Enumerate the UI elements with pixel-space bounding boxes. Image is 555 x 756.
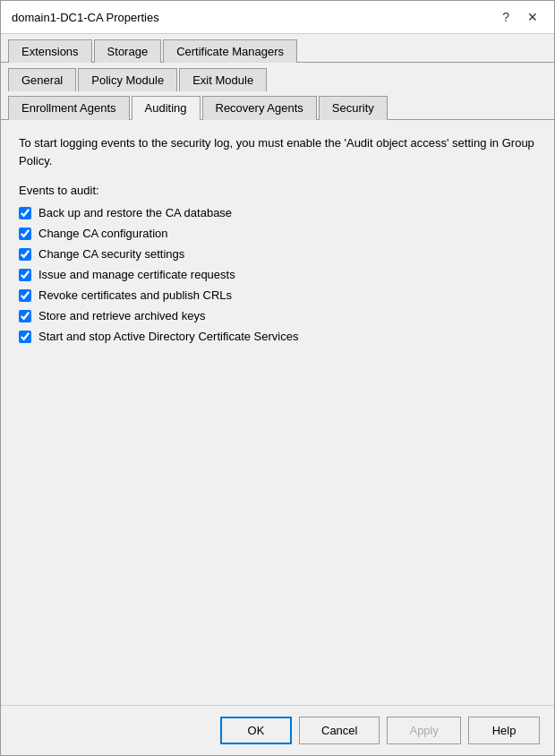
window-title: domain1-DC1-CA Properties <box>12 11 159 24</box>
tabs-row3: Enrollment Agents Auditing Recovery Agen… <box>8 96 547 119</box>
title-bar: domain1-DC1-CA Properties ? ✕ <box>1 1 554 34</box>
checkbox-change-security[interactable] <box>19 248 31 261</box>
checkbox-label-backup-restore[interactable]: Back up and restore the CA database <box>38 206 232 219</box>
checkbox-label-change-security[interactable]: Change CA security settings <box>38 247 184 261</box>
close-button[interactable]: ✕ <box>522 8 543 26</box>
checkbox-label-revoke-crl[interactable]: Revoke certificates and publish CRLs <box>38 288 232 302</box>
checkbox-change-config[interactable] <box>19 228 31 240</box>
checkbox-item: Start and stop Active Directory Certific… <box>19 330 536 343</box>
tabs-row2: General Policy Module Exit Module <box>8 68 547 90</box>
content-area: To start logging events to the security … <box>1 120 554 705</box>
help-dialog-button[interactable]: Help <box>468 717 540 744</box>
checkbox-item: Back up and restore the CA database <box>19 206 536 219</box>
properties-dialog: domain1-DC1-CA Properties ? ✕ Extensions… <box>0 0 555 756</box>
checkbox-item: Issue and manage certificate requests <box>19 268 536 281</box>
tabs-row2-container: General Policy Module Exit Module <box>1 63 554 90</box>
tab-enrollment-agents[interactable]: Enrollment Agents <box>8 96 130 120</box>
ok-button[interactable]: OK <box>220 717 292 744</box>
tab-policy-module[interactable]: Policy Module <box>78 68 177 91</box>
tab-certificate-managers[interactable]: Certificate Managers <box>163 39 297 63</box>
checkbox-label-change-config[interactable]: Change CA configuration <box>38 227 168 240</box>
checkbox-item: Store and retrieve archived keys <box>19 309 536 322</box>
events-label: Events to audit: <box>19 184 536 197</box>
checkbox-item: Revoke certificates and publish CRLs <box>19 288 536 302</box>
tab-general[interactable]: General <box>8 68 76 91</box>
checkbox-label-start-stop[interactable]: Start and stop Active Directory Certific… <box>38 330 298 343</box>
tab-exit-module[interactable]: Exit Module <box>179 68 267 91</box>
checkbox-backup-restore[interactable] <box>19 207 31 219</box>
checkbox-issue-manage[interactable] <box>19 269 31 281</box>
checkbox-revoke-crl[interactable] <box>19 289 31 302</box>
help-button[interactable]: ? <box>497 8 515 26</box>
checkbox-start-stop[interactable] <box>19 331 31 343</box>
title-bar-controls: ? ✕ <box>497 8 543 26</box>
info-text: To start logging events to the security … <box>19 134 536 169</box>
tab-storage[interactable]: Storage <box>94 39 162 63</box>
button-bar: OK Cancel Apply Help <box>1 705 554 755</box>
checkbox-item: Change CA security settings <box>19 247 536 261</box>
checkbox-label-store-retrieve[interactable]: Store and retrieve archived keys <box>38 309 205 322</box>
tabs-row1-container: Extensions Storage Certificate Managers <box>1 34 554 63</box>
tab-extensions[interactable]: Extensions <box>8 39 92 63</box>
tab-recovery-agents[interactable]: Recovery Agents <box>202 96 317 120</box>
tab-security[interactable]: Security <box>319 96 388 120</box>
checkbox-store-retrieve[interactable] <box>19 310 31 322</box>
checkbox-item: Change CA configuration <box>19 227 536 240</box>
tab-auditing[interactable]: Auditing <box>132 96 201 120</box>
cancel-button[interactable]: Cancel <box>299 717 380 744</box>
tabs-row3-container: Enrollment Agents Auditing Recovery Agen… <box>1 90 554 120</box>
apply-button[interactable]: Apply <box>387 717 461 744</box>
checkbox-label-issue-manage[interactable]: Issue and manage certificate requests <box>38 268 235 281</box>
tabs-row1: Extensions Storage Certificate Managers <box>8 39 547 62</box>
